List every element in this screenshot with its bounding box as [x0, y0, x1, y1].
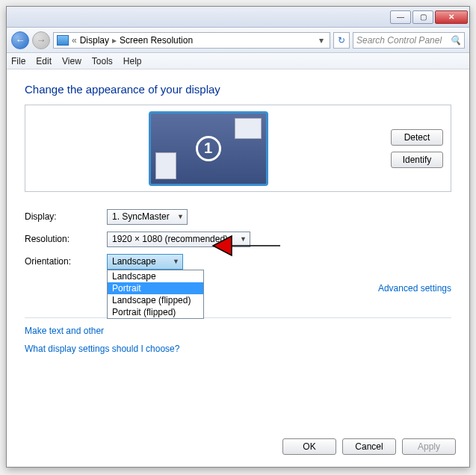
refresh-button[interactable]: ↻	[333, 32, 350, 49]
dialog-footer: OK Cancel Apply	[282, 438, 456, 455]
menu-view[interactable]: View	[62, 56, 81, 66]
preview-window-icon	[155, 152, 176, 179]
make-text-link[interactable]: Make text and other	[25, 326, 451, 336]
display-label: Display:	[25, 211, 107, 222]
chevron-right-icon: ▸	[111, 35, 118, 46]
divider	[25, 317, 451, 318]
breadcrumb[interactable]: « Display ▸ Screen Resolution ▾	[53, 32, 330, 49]
orientation-label: Orientation:	[25, 256, 107, 267]
orientation-option-landscape-flipped[interactable]: Landscape (flipped)	[108, 294, 203, 306]
chevron-down-icon: ▼	[240, 235, 247, 243]
breadcrumb-item-screenres[interactable]: Screen Resolution	[120, 35, 193, 46]
apply-button[interactable]: Apply	[402, 438, 456, 455]
search-icon: 🔍	[450, 35, 461, 46]
advanced-settings-link[interactable]: Advanced settings	[25, 283, 451, 294]
menu-help[interactable]: Help	[123, 56, 142, 66]
cancel-button[interactable]: Cancel	[342, 438, 396, 455]
menu-edit[interactable]: Edit	[36, 56, 52, 66]
preview-window-icon	[235, 118, 262, 139]
monitor-preview-wrap: 1	[33, 111, 383, 186]
identify-button[interactable]: Identify	[391, 152, 443, 168]
resolution-value: 1920 × 1080 (recommended)	[112, 234, 228, 244]
orientation-option-portrait-flipped[interactable]: Portrait (flipped)	[108, 306, 203, 318]
resolution-select[interactable]: 1920 × 1080 (recommended) ▼	[107, 232, 250, 247]
display-select[interactable]: 1. SyncMaster ▼	[107, 209, 188, 225]
resolution-label: Resolution:	[25, 234, 107, 244]
search-input[interactable]: Search Control Panel 🔍	[353, 32, 465, 49]
detect-button[interactable]: Detect	[391, 129, 443, 146]
settings-form: Display: 1. SyncMaster ▼ Resolution: 192…	[25, 205, 451, 273]
chevron-down-icon: ▼	[177, 213, 184, 220]
close-button[interactable]: ✕	[435, 10, 468, 24]
minimize-button[interactable]: —	[390, 10, 411, 24]
titlebar: — ▢ ✕	[7, 7, 469, 28]
maximize-button[interactable]: ▢	[412, 10, 433, 24]
orientation-select[interactable]: Landscape ▼ Landscape Portrait Landscape…	[107, 254, 183, 270]
ok-button[interactable]: OK	[282, 438, 336, 455]
breadcrumb-dropdown[interactable]: ▾	[316, 35, 327, 46]
forward-button[interactable]: →	[32, 31, 50, 49]
display-preview-box: 1 Detect Identify	[25, 105, 451, 192]
orientation-value: Landscape	[112, 256, 156, 267]
orientation-option-landscape[interactable]: Landscape	[108, 270, 203, 282]
preview-buttons: Detect Identify	[391, 129, 443, 168]
menu-file[interactable]: File	[11, 56, 25, 66]
menu-bar: File Edit View Tools Help	[7, 53, 469, 69]
chevron-down-icon: ▼	[173, 258, 179, 265]
orientation-option-portrait[interactable]: Portrait	[108, 282, 203, 294]
content-pane: Change the appearance of your display 1 …	[7, 69, 469, 363]
monitor-number: 1	[196, 136, 221, 161]
control-panel-window: — ▢ ✕ ← → « Display ▸ Screen Resolution …	[6, 6, 470, 468]
orientation-dropdown: Landscape Portrait Landscape (flipped) P…	[107, 270, 204, 319]
monitor-preview[interactable]: 1	[149, 111, 268, 186]
breadcrumb-sep: «	[70, 35, 78, 46]
what-settings-link[interactable]: What display settings should I choose?	[25, 344, 451, 354]
breadcrumb-item-display[interactable]: Display	[80, 35, 109, 46]
search-placeholder: Search Control Panel	[356, 35, 442, 46]
display-value: 1. SyncMaster	[112, 211, 170, 222]
control-panel-icon	[57, 35, 69, 46]
menu-tools[interactable]: Tools	[92, 56, 113, 66]
nav-bar: ← → « Display ▸ Screen Resolution ▾ ↻ Se…	[7, 28, 469, 53]
back-button[interactable]: ←	[11, 31, 29, 49]
page-title: Change the appearance of your display	[25, 83, 451, 96]
